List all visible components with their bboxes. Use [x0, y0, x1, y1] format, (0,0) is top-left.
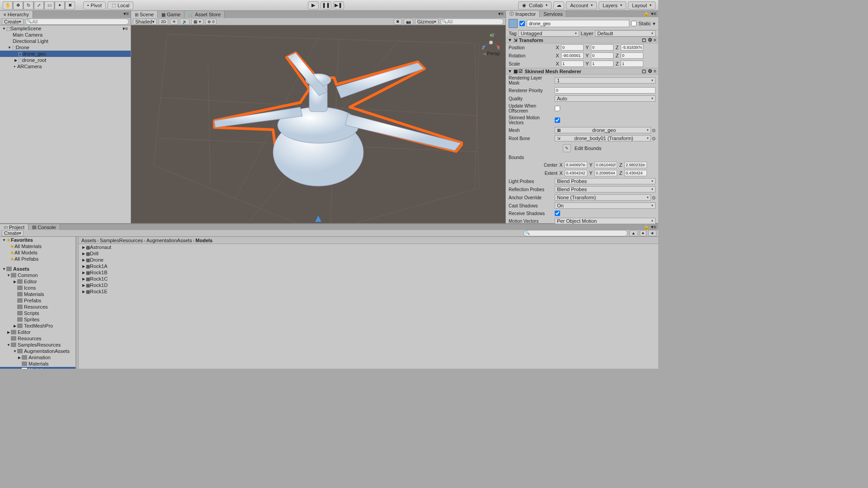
folder-row[interactable]: ▶TextMeshPro — [0, 323, 75, 329]
rootbone-field[interactable]: ⇲ drone_body01 (Transform) — [555, 135, 651, 141]
layout-dropdown[interactable]: Layout — [628, 1, 656, 9]
local-toggle[interactable]: ⬚Local — [108, 1, 133, 9]
hierarchy-menu-icon[interactable]: ▾≡ — [122, 11, 131, 18]
rot-z[interactable] — [621, 52, 643, 59]
audio-toggle[interactable]: 🔊 — [180, 19, 189, 25]
hierarchy-create[interactable]: Create ▾ — [2, 19, 24, 25]
fav-filter-icon[interactable]: ★ — [648, 230, 656, 236]
tag-dropdown[interactable]: Untagged — [519, 30, 579, 37]
extent-y[interactable] — [594, 170, 617, 176]
folder-row[interactable]: Scripts — [0, 310, 75, 316]
step-button[interactable]: ▶❚ — [333, 1, 344, 9]
fx-toggle[interactable]: ▦ ▾ — [191, 19, 203, 25]
custom-tool[interactable]: ✖ — [65, 1, 75, 9]
hierarchy-item[interactable]: Main Camera — [0, 32, 131, 38]
scale-tool[interactable]: ⤢ — [34, 1, 44, 9]
scl-y[interactable] — [591, 61, 613, 67]
project-search[interactable] — [524, 230, 627, 236]
castshadows-dropdown[interactable]: On — [555, 202, 656, 209]
services-tab[interactable]: Services — [540, 11, 566, 17]
motionvec-dropdown[interactable]: Per Object Motion — [555, 218, 656, 224]
grid-icon[interactable]: ✖ — [394, 19, 402, 25]
lightprobes-dropdown[interactable]: Blend Probes — [555, 178, 656, 184]
collab-dropdown[interactable]: ◉ Collab — [518, 1, 552, 9]
folder-row[interactable]: ▶Editor — [0, 329, 75, 335]
scl-x[interactable] — [561, 61, 584, 67]
fav-item[interactable]: ★ All Prefabs — [0, 256, 75, 262]
favorites-row[interactable]: ▼★ Favorites — [0, 237, 75, 243]
model-item[interactable]: ▶▦ Rock1C — [79, 276, 658, 282]
scene-tab[interactable]: ⊞ Scene — [131, 11, 158, 18]
layer-dropdown[interactable]: Default — [595, 30, 656, 37]
bc-item[interactable]: SamplesResources — [100, 238, 143, 243]
edit-bounds-icon[interactable]: ✎ — [563, 144, 571, 152]
pivot-toggle[interactable]: ▪Pivot — [83, 1, 106, 9]
model-item[interactable]: ▶▦ Rock1D — [79, 282, 658, 288]
smr-header[interactable]: ▼ ▦ ☑ Skinned Mesh Renderer◻ ⚙ ≡ — [506, 68, 658, 75]
pos-z[interactable] — [621, 44, 643, 51]
hierarchy-item[interactable]: ▸ARCamera — [0, 63, 131, 70]
extent-x[interactable] — [565, 170, 587, 176]
cloud-button[interactable]: ☁ — [553, 1, 564, 9]
multi-tool[interactable]: ✦ — [55, 1, 65, 9]
static-checkbox[interactable] — [631, 21, 637, 26]
filter-icon[interactable]: ▲ — [629, 230, 638, 236]
object-name-field[interactable] — [527, 20, 629, 27]
pos-y[interactable] — [591, 44, 613, 51]
folder-row[interactable]: ▼SamplesResources — [0, 342, 75, 348]
scene-row[interactable]: ▼⬚ SampleScene▾≡ — [0, 25, 131, 32]
misc-toggle[interactable]: ⊕ 0 — [205, 19, 217, 25]
inspector-menu-icon[interactable]: 🔒 ▾≡ — [642, 11, 658, 17]
model-item[interactable]: ▶▦ Drone — [79, 257, 658, 263]
pause-button[interactable]: ❚❚ — [321, 1, 331, 9]
rlm-field[interactable]: 1 — [555, 77, 656, 84]
folder-row[interactable]: Sprites — [0, 316, 75, 323]
layers-dropdown[interactable]: Layers — [599, 1, 626, 9]
rot-y[interactable] — [591, 52, 613, 59]
scl-z[interactable] — [621, 61, 643, 67]
center-y[interactable] — [594, 162, 617, 168]
hierarchy-tab[interactable]: ≡ Hierarchy — [0, 11, 33, 18]
rot-x[interactable] — [561, 52, 584, 59]
transform-header[interactable]: ▼ ⇲ Transform◻ ⚙ ≡ — [506, 37, 658, 43]
model-item[interactable]: ▶▦ Astronaut — [79, 244, 658, 250]
folder-row[interactable]: ▶Editor — [0, 278, 75, 285]
fav-item[interactable]: ★ All Models — [0, 249, 75, 256]
center-z[interactable] — [624, 162, 647, 168]
cam-icon[interactable]: 📷 — [404, 19, 413, 25]
model-item[interactable]: ▶▦ Rock1B — [79, 269, 658, 276]
account-dropdown[interactable]: Account — [566, 1, 597, 9]
folder-row[interactable]: Materials — [0, 291, 75, 297]
folder-row[interactable]: ▶Animation — [0, 354, 75, 361]
anchor-field[interactable]: None (Transform) — [555, 194, 651, 201]
model-item[interactable]: ▶▦ Rock1A — [79, 263, 658, 269]
game-tab[interactable]: ▦ Game — [158, 11, 184, 18]
bc-item[interactable]: AugmentationAssets — [146, 238, 192, 243]
folder-row[interactable]: Prefabs — [0, 297, 75, 304]
quality-dropdown[interactable]: Auto — [555, 95, 656, 102]
project-menu-icon[interactable]: 🔒 ▾≡ — [642, 224, 658, 230]
extent-z[interactable] — [624, 170, 647, 176]
scene-menu-icon[interactable]: ▾≡ — [496, 11, 505, 18]
hierarchy-item[interactable]: Directional Light — [0, 38, 131, 44]
hierarchy-item-selected[interactable]: ⬚ drone_geo — [0, 51, 131, 57]
gizmos-dropdown[interactable]: Gizmos ▾ — [415, 19, 439, 25]
assets-row[interactable]: ▼Assets — [0, 266, 75, 272]
folder-row[interactable]: ▼Common — [0, 272, 75, 278]
fav-item[interactable]: ★ All Materials — [0, 243, 75, 249]
rotate-tool[interactable]: ↻ — [24, 1, 33, 9]
active-checkbox[interactable] — [519, 21, 525, 26]
inspector-tab[interactable]: ⓘ Inspector — [506, 11, 540, 17]
folder-row[interactable]: ▼AugmentationAssets — [0, 348, 75, 354]
pos-x[interactable] — [561, 44, 584, 51]
center-x[interactable] — [565, 162, 587, 168]
priority-field[interactable] — [555, 87, 656, 94]
folder-row[interactable]: Resources — [0, 304, 75, 310]
model-item[interactable]: ▶▦ Drill — [79, 250, 658, 257]
mesh-field[interactable]: ▦ drone_geo — [555, 127, 651, 133]
project-create[interactable]: Create ▾ — [2, 230, 24, 236]
shading-mode[interactable]: Shaded ▾ — [133, 19, 157, 25]
scene-viewport[interactable]: y x z ◅ Persp — [131, 25, 505, 223]
recvshadows-checkbox[interactable] — [555, 211, 560, 216]
model-item[interactable]: ▶▦ Rock1E — [79, 288, 658, 295]
